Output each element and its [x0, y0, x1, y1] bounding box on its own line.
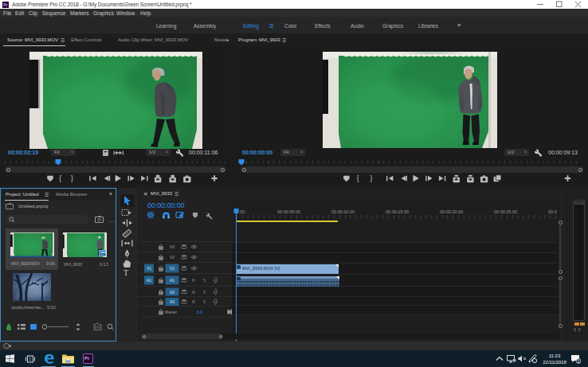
svg-text:A2: A2	[170, 290, 174, 295]
svg-text:M: M	[192, 279, 195, 283]
svg-text:}: }	[370, 174, 373, 182]
svg-text:V2: V2	[170, 255, 174, 260]
svg-text:V1: V1	[147, 266, 151, 271]
svg-text:0.0: 0.0	[197, 310, 202, 314]
svg-text:M: M	[192, 300, 195, 304]
svg-text:M: M	[192, 291, 195, 295]
svg-text:S: S	[203, 279, 206, 283]
svg-text:A1: A1	[147, 278, 151, 283]
svg-text:Master: Master	[165, 310, 178, 314]
svg-text:S: S	[203, 300, 206, 304]
svg-text:}: }	[71, 174, 73, 182]
svg-text:1: 1	[577, 359, 579, 364]
svg-text:A3: A3	[170, 299, 174, 304]
svg-text:V1: V1	[170, 266, 174, 271]
svg-text:A1: A1	[170, 278, 174, 283]
svg-text:V3: V3	[170, 244, 174, 249]
svg-text:{: {	[357, 174, 359, 182]
svg-text:S: S	[203, 291, 206, 295]
svg-text:{: {	[59, 174, 61, 182]
